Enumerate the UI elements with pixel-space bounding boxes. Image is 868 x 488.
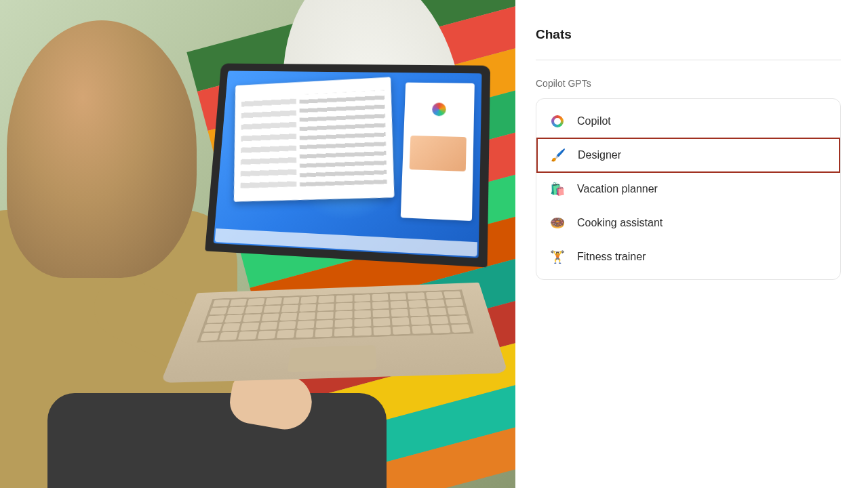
gpt-item-vacation-planner[interactable]: 🛍️ Vacation planner (536, 172, 840, 206)
gpt-item-label: Fitness trainer (577, 251, 646, 263)
gpt-item-label: Copilot (577, 115, 611, 127)
gpt-item-label: Designer (578, 149, 621, 161)
gpt-item-label: Cooking assistant (577, 217, 663, 229)
keyboard (197, 289, 473, 342)
trackpad (288, 345, 377, 372)
copilot-icon (550, 114, 565, 129)
fitness-icon: 🏋️ (550, 249, 565, 264)
chats-title: Chats (536, 27, 841, 42)
lifestyle-photo (0, 0, 515, 488)
gpt-item-fitness-trainer[interactable]: 🏋️ Fitness trainer (536, 240, 840, 274)
vacation-icon: 🛍️ (550, 182, 565, 197)
gpt-item-cooking-assistant[interactable]: 🍩 Cooking assistant (536, 206, 840, 240)
divider (536, 60, 841, 60)
gpt-list: Copilot 🖌️ Designer 🛍️ Vacation planner … (536, 98, 841, 280)
section-label: Copilot GPTs (536, 78, 841, 89)
copilot-sidebar (401, 83, 475, 222)
gpt-item-copilot[interactable]: Copilot (536, 104, 840, 138)
laptop (195, 54, 497, 407)
cooking-icon: 🍩 (550, 216, 565, 230)
designer-icon: 🖌️ (551, 148, 566, 163)
chats-panel: Chats Copilot GPTs Copilot 🖌️ Designer 🛍… (515, 0, 868, 488)
gpt-item-label: Vacation planner (577, 183, 658, 195)
taskbar (215, 228, 477, 257)
gpt-item-designer[interactable]: 🖌️ Designer (537, 138, 840, 172)
app-window (234, 77, 395, 201)
